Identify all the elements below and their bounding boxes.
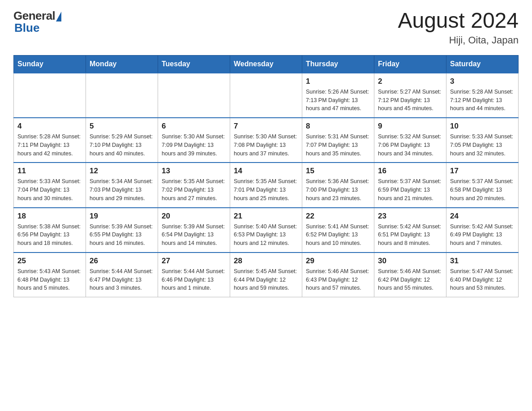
day-number: 24 xyxy=(450,212,515,221)
logo: General Blue xyxy=(13,9,61,35)
day-number: 8 xyxy=(306,122,370,131)
day-number: 22 xyxy=(306,212,370,221)
calendar-cell: 18Sunrise: 5:38 AM Sunset: 6:56 PM Dayli… xyxy=(14,208,86,253)
calendar-day-header: Sunday xyxy=(14,55,86,73)
day-info: Sunrise: 5:40 AM Sunset: 6:53 PM Dayligh… xyxy=(234,223,298,248)
day-number: 23 xyxy=(378,212,442,221)
calendar-cell: 26Sunrise: 5:44 AM Sunset: 6:47 PM Dayli… xyxy=(86,253,158,297)
location-subtitle: Hiji, Oita, Japan xyxy=(398,34,519,46)
day-number: 3 xyxy=(450,77,515,86)
calendar-cell: 15Sunrise: 5:36 AM Sunset: 7:00 PM Dayli… xyxy=(302,163,374,207)
day-number: 10 xyxy=(450,122,515,131)
day-number: 19 xyxy=(90,212,154,221)
day-info: Sunrise: 5:47 AM Sunset: 6:40 PM Dayligh… xyxy=(450,267,515,292)
calendar-day-header: Thursday xyxy=(302,55,374,73)
day-info: Sunrise: 5:45 AM Sunset: 6:44 PM Dayligh… xyxy=(234,267,298,292)
calendar-cell: 14Sunrise: 5:35 AM Sunset: 7:01 PM Dayli… xyxy=(230,163,302,207)
day-number: 29 xyxy=(306,257,370,265)
calendar-cell: 29Sunrise: 5:46 AM Sunset: 6:43 PM Dayli… xyxy=(302,253,374,297)
day-number: 30 xyxy=(378,257,442,265)
day-number: 7 xyxy=(234,122,298,131)
day-info: Sunrise: 5:35 AM Sunset: 7:01 PM Dayligh… xyxy=(234,177,298,202)
calendar-cell: 7Sunrise: 5:30 AM Sunset: 7:08 PM Daylig… xyxy=(230,118,302,163)
calendar-cell: 30Sunrise: 5:46 AM Sunset: 6:42 PM Dayli… xyxy=(374,253,446,297)
calendar-cell: 20Sunrise: 5:39 AM Sunset: 6:54 PM Dayli… xyxy=(158,208,230,253)
day-number: 20 xyxy=(162,212,226,221)
calendar-cell xyxy=(86,73,158,118)
calendar-cell xyxy=(158,73,230,118)
calendar-cell: 23Sunrise: 5:42 AM Sunset: 6:51 PM Dayli… xyxy=(374,208,446,253)
day-info: Sunrise: 5:30 AM Sunset: 7:09 PM Dayligh… xyxy=(162,133,226,158)
calendar-day-header: Tuesday xyxy=(158,55,230,73)
day-info: Sunrise: 5:34 AM Sunset: 7:03 PM Dayligh… xyxy=(90,177,154,202)
day-info: Sunrise: 5:28 AM Sunset: 7:12 PM Dayligh… xyxy=(450,88,515,113)
week-row: 18Sunrise: 5:38 AM Sunset: 6:56 PM Dayli… xyxy=(14,208,519,253)
calendar-cell: 12Sunrise: 5:34 AM Sunset: 7:03 PM Dayli… xyxy=(86,163,158,207)
day-info: Sunrise: 5:38 AM Sunset: 6:56 PM Dayligh… xyxy=(17,223,82,248)
calendar-cell: 5Sunrise: 5:29 AM Sunset: 7:10 PM Daylig… xyxy=(86,118,158,163)
calendar-cell: 16Sunrise: 5:37 AM Sunset: 6:59 PM Dayli… xyxy=(374,163,446,207)
day-number: 5 xyxy=(90,122,154,131)
day-number: 18 xyxy=(17,212,82,221)
day-info: Sunrise: 5:44 AM Sunset: 6:47 PM Dayligh… xyxy=(90,267,154,292)
day-info: Sunrise: 5:32 AM Sunset: 7:06 PM Dayligh… xyxy=(378,133,442,158)
day-info: Sunrise: 5:27 AM Sunset: 7:12 PM Dayligh… xyxy=(378,88,442,113)
day-info: Sunrise: 5:33 AM Sunset: 7:05 PM Dayligh… xyxy=(450,133,515,158)
calendar-cell: 10Sunrise: 5:33 AM Sunset: 7:05 PM Dayli… xyxy=(446,118,519,163)
day-info: Sunrise: 5:26 AM Sunset: 7:13 PM Dayligh… xyxy=(306,88,370,113)
day-info: Sunrise: 5:36 AM Sunset: 7:00 PM Dayligh… xyxy=(306,177,370,202)
week-row: 11Sunrise: 5:33 AM Sunset: 7:04 PM Dayli… xyxy=(14,163,519,207)
day-number: 11 xyxy=(17,167,82,176)
title-area: August 2024 Hiji, Oita, Japan xyxy=(398,9,519,46)
calendar-cell: 3Sunrise: 5:28 AM Sunset: 7:12 PM Daylig… xyxy=(446,73,519,118)
calendar-cell: 31Sunrise: 5:47 AM Sunset: 6:40 PM Dayli… xyxy=(446,253,519,297)
day-info: Sunrise: 5:46 AM Sunset: 6:43 PM Dayligh… xyxy=(306,267,370,292)
day-info: Sunrise: 5:46 AM Sunset: 6:42 PM Dayligh… xyxy=(378,267,442,292)
week-row: 4Sunrise: 5:28 AM Sunset: 7:11 PM Daylig… xyxy=(14,118,519,163)
calendar-table: SundayMondayTuesdayWednesdayThursdayFrid… xyxy=(13,55,519,297)
day-number: 27 xyxy=(162,257,226,265)
calendar-cell: 22Sunrise: 5:41 AM Sunset: 6:52 PM Dayli… xyxy=(302,208,374,253)
calendar-cell: 9Sunrise: 5:32 AM Sunset: 7:06 PM Daylig… xyxy=(374,118,446,163)
day-info: Sunrise: 5:30 AM Sunset: 7:08 PM Dayligh… xyxy=(234,133,298,158)
day-info: Sunrise: 5:31 AM Sunset: 7:07 PM Dayligh… xyxy=(306,133,370,158)
day-info: Sunrise: 5:43 AM Sunset: 6:48 PM Dayligh… xyxy=(17,267,82,292)
day-number: 25 xyxy=(17,257,82,265)
day-number: 21 xyxy=(234,212,298,221)
day-info: Sunrise: 5:39 AM Sunset: 6:54 PM Dayligh… xyxy=(162,223,226,248)
day-number: 14 xyxy=(234,167,298,176)
day-number: 4 xyxy=(17,122,82,131)
day-number: 28 xyxy=(234,257,298,265)
calendar-cell: 13Sunrise: 5:35 AM Sunset: 7:02 PM Dayli… xyxy=(158,163,230,207)
calendar-day-header: Monday xyxy=(86,55,158,73)
logo-blue-text: Blue xyxy=(13,21,39,35)
day-info: Sunrise: 5:41 AM Sunset: 6:52 PM Dayligh… xyxy=(306,223,370,248)
day-info: Sunrise: 5:35 AM Sunset: 7:02 PM Dayligh… xyxy=(162,177,226,202)
day-number: 15 xyxy=(306,167,370,176)
calendar-cell: 21Sunrise: 5:40 AM Sunset: 6:53 PM Dayli… xyxy=(230,208,302,253)
calendar-cell: 11Sunrise: 5:33 AM Sunset: 7:04 PM Dayli… xyxy=(14,163,86,207)
day-number: 31 xyxy=(450,257,515,265)
day-number: 6 xyxy=(162,122,226,131)
logo-triangle-icon xyxy=(56,12,61,21)
day-info: Sunrise: 5:44 AM Sunset: 6:46 PM Dayligh… xyxy=(162,267,226,292)
day-info: Sunrise: 5:42 AM Sunset: 6:49 PM Dayligh… xyxy=(450,223,515,248)
calendar-cell: 6Sunrise: 5:30 AM Sunset: 7:09 PM Daylig… xyxy=(158,118,230,163)
day-number: 12 xyxy=(90,167,154,176)
calendar-cell: 24Sunrise: 5:42 AM Sunset: 6:49 PM Dayli… xyxy=(446,208,519,253)
week-row: 25Sunrise: 5:43 AM Sunset: 6:48 PM Dayli… xyxy=(14,253,519,297)
calendar-cell: 8Sunrise: 5:31 AM Sunset: 7:07 PM Daylig… xyxy=(302,118,374,163)
calendar-cell xyxy=(230,73,302,118)
day-number: 16 xyxy=(378,167,442,176)
day-info: Sunrise: 5:33 AM Sunset: 7:04 PM Dayligh… xyxy=(17,177,82,202)
calendar-cell: 17Sunrise: 5:37 AM Sunset: 6:58 PM Dayli… xyxy=(446,163,519,207)
day-number: 26 xyxy=(90,257,154,265)
day-info: Sunrise: 5:37 AM Sunset: 6:59 PM Dayligh… xyxy=(378,177,442,202)
day-info: Sunrise: 5:28 AM Sunset: 7:11 PM Dayligh… xyxy=(17,133,82,158)
calendar-cell: 25Sunrise: 5:43 AM Sunset: 6:48 PM Dayli… xyxy=(14,253,86,297)
calendar-day-header: Saturday xyxy=(446,55,519,73)
calendar-day-header: Wednesday xyxy=(230,55,302,73)
day-number: 1 xyxy=(306,77,370,86)
day-number: 13 xyxy=(162,167,226,176)
day-number: 2 xyxy=(378,77,442,86)
